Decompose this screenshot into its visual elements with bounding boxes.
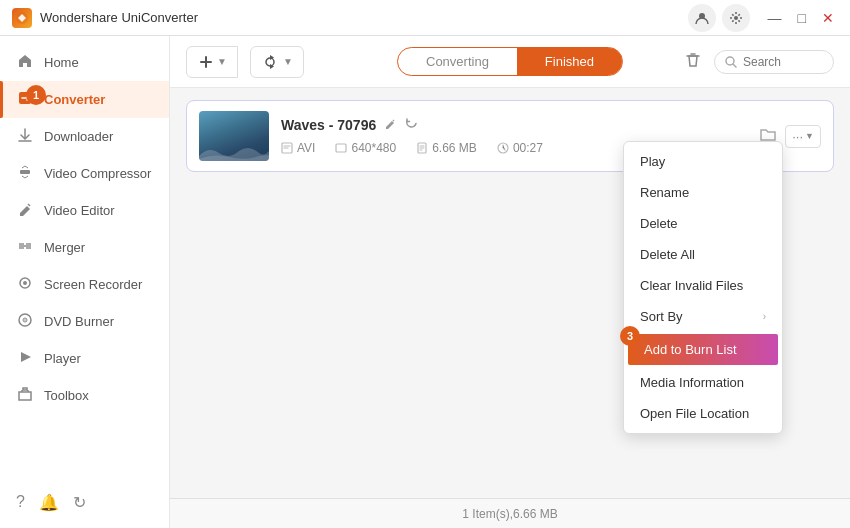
editor-icon: [16, 201, 34, 220]
compressor-icon: [16, 164, 34, 183]
more-arrow-icon: ▼: [805, 131, 814, 141]
sidebar-item-merger[interactable]: Merger: [0, 229, 169, 266]
menu-item-delete-all[interactable]: Delete All: [624, 239, 782, 270]
profile-button[interactable]: [688, 4, 716, 32]
top-bar: ▼ ▼ Converting Finished 2: [170, 36, 850, 88]
converter-badge: 1: [26, 85, 46, 105]
sidebar-item-converter[interactable]: Converter 1: [0, 81, 169, 118]
close-button[interactable]: ✕: [818, 8, 838, 28]
maximize-button[interactable]: □: [794, 8, 810, 28]
size-icon: [416, 142, 428, 154]
burn-list-badge: 3: [620, 326, 640, 346]
toolbox-icon: [16, 386, 34, 405]
duration-meta: 00:27: [497, 141, 543, 155]
sort-by-arrow: ›: [763, 311, 766, 322]
help-icon[interactable]: ?: [16, 493, 25, 512]
tab-group: Converting Finished 2: [397, 47, 623, 76]
sidebar-item-home[interactable]: Home: [0, 44, 169, 81]
context-menu: Play Rename Delete Delete All Clear Inva…: [623, 141, 783, 434]
content-area: ▼ ▼ Converting Finished 2: [170, 36, 850, 528]
add-button-group: ▼: [186, 46, 238, 78]
delete-button[interactable]: [680, 47, 706, 77]
sidebar-item-toolbox[interactable]: Toolbox: [0, 377, 169, 414]
more-icon: ···: [792, 129, 803, 144]
minimize-button[interactable]: —: [764, 8, 786, 28]
tab-finished-wrap: Finished 2: [517, 48, 622, 75]
refresh-icon[interactable]: ↻: [73, 493, 86, 512]
menu-item-clear-invalid[interactable]: Clear Invalid Files: [624, 270, 782, 301]
format-meta: AVI: [281, 141, 315, 155]
title-bar-right: — □ ✕: [688, 4, 838, 32]
search-box: [714, 50, 834, 74]
menu-item-open-location[interactable]: Open File Location: [624, 398, 782, 429]
svg-rect-4: [20, 170, 30, 174]
dvd-icon: [16, 312, 34, 331]
refresh-file-button[interactable]: [405, 117, 418, 133]
svg-rect-15: [336, 144, 346, 152]
player-icon: [16, 349, 34, 368]
sidebar-item-video-compressor[interactable]: Video Compressor: [0, 155, 169, 192]
file-card: Waves - 70796 AVI: [186, 100, 834, 172]
app-title: Wondershare UniConverter: [40, 10, 198, 25]
search-icon: [725, 56, 737, 68]
notification-icon[interactable]: 🔔: [39, 493, 59, 512]
format-icon: [281, 142, 293, 154]
tab-finished[interactable]: Finished: [517, 48, 622, 75]
sidebar-item-downloader[interactable]: Downloader: [0, 118, 169, 155]
file-name: Waves - 70796: [281, 117, 376, 133]
menu-item-play[interactable]: Play: [624, 146, 782, 177]
file-list-area: Waves - 70796 AVI: [170, 88, 850, 498]
menu-item-rename[interactable]: Rename: [624, 177, 782, 208]
svg-point-6: [23, 281, 27, 285]
sidebar-item-player[interactable]: Player: [0, 340, 169, 377]
status-text: 1 Item(s),6.66 MB: [462, 507, 557, 521]
resolution-icon: [335, 142, 347, 154]
resolution-meta: 640*480: [335, 141, 396, 155]
edit-filename-button[interactable]: [384, 117, 397, 133]
tab-converting[interactable]: Converting: [398, 48, 517, 75]
thumbnail-image: [199, 111, 269, 161]
status-bar: 1 Item(s),6.66 MB: [170, 498, 850, 528]
settings-button[interactable]: [722, 4, 750, 32]
app-logo: [12, 8, 32, 28]
duration-icon: [497, 142, 509, 154]
home-icon: [16, 53, 34, 72]
menu-item-add-to-burn[interactable]: 3 Add to Burn List: [628, 334, 778, 365]
svg-rect-11: [205, 56, 207, 68]
more-options-button[interactable]: ··· ▼: [785, 125, 821, 148]
sidebar-item-dvd-burner[interactable]: DVD Burner: [0, 303, 169, 340]
menu-item-sort-by[interactable]: Sort By ›: [624, 301, 782, 332]
merger-icon: [16, 238, 34, 257]
convert-action-button[interactable]: ▼: [250, 46, 304, 78]
title-bar: Wondershare UniConverter — □ ✕: [0, 0, 850, 36]
svg-point-9: [24, 319, 26, 321]
sidebar-item-screen-recorder[interactable]: Screen Recorder: [0, 266, 169, 303]
menu-item-media-info[interactable]: Media Information: [624, 367, 782, 398]
sidebar: Home Converter 1 Downloader Video Compre…: [0, 36, 170, 528]
search-input[interactable]: [743, 55, 823, 69]
title-bar-left: Wondershare UniConverter: [12, 8, 198, 28]
menu-item-delete[interactable]: Delete: [624, 208, 782, 239]
window-controls: — □ ✕: [764, 8, 838, 28]
downloader-icon: [16, 127, 34, 146]
svg-point-2: [734, 16, 738, 20]
recorder-icon: [16, 275, 34, 294]
top-bar-right: [680, 47, 834, 77]
add-files-button[interactable]: ▼: [186, 46, 238, 78]
main-layout: Home Converter 1 Downloader Video Compre…: [0, 36, 850, 528]
sidebar-bottom: ? 🔔 ↻: [0, 485, 169, 520]
file-title-row: Waves - 70796: [281, 117, 747, 133]
file-thumbnail: [199, 111, 269, 161]
size-meta: 6.66 MB: [416, 141, 477, 155]
sidebar-item-video-editor[interactable]: Video Editor: [0, 192, 169, 229]
convert-button-group: ▼: [250, 46, 304, 78]
